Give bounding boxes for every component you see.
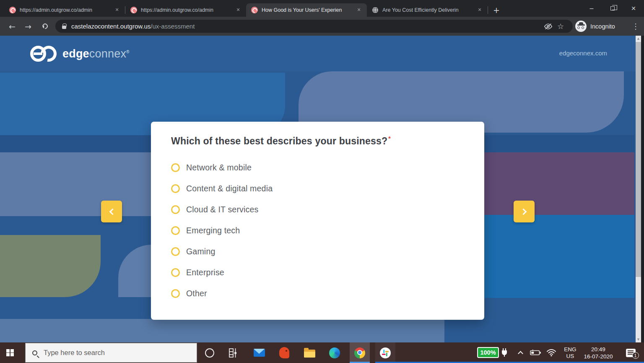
window-edge (641, 36, 644, 342)
option-cloud-it-services[interactable]: Cloud & IT services (171, 199, 273, 220)
search-input[interactable] (43, 348, 181, 357)
notification-center-button[interactable]: 1 (621, 342, 640, 363)
tab-cost-efficiency[interactable]: Are You Cost Efficiently Deliverin × (367, 3, 488, 17)
notification-icon: 1 (626, 349, 636, 357)
chevron-left-icon (109, 208, 116, 215)
notification-count-badge: 1 (632, 352, 639, 359)
incognito-label: Incognito (590, 23, 615, 30)
radio-icon[interactable] (171, 268, 180, 277)
outgrow-favicon-icon (130, 7, 137, 13)
brand-text: edgeconnex® (62, 47, 130, 60)
tray-expand-button[interactable] (514, 342, 527, 363)
next-button[interactable] (514, 201, 535, 222)
battery-icon (530, 350, 541, 356)
restore-icon (610, 6, 615, 10)
radio-icon[interactable] (171, 205, 180, 214)
task-view-icon (229, 347, 238, 358)
start-button[interactable] (0, 342, 20, 363)
reload-icon (41, 22, 49, 30)
option-other[interactable]: Other (171, 283, 273, 304)
plug-icon (501, 348, 507, 358)
red-mascot-app-button[interactable] (274, 342, 294, 363)
tab-separator (488, 6, 488, 14)
minimize-button[interactable]: – (581, 0, 602, 17)
mail-icon (254, 349, 265, 357)
scroll-up-arrow[interactable]: ▲ (636, 36, 641, 42)
site-link[interactable]: edgeconnex.com (559, 50, 607, 57)
mail-app-button[interactable] (249, 342, 269, 363)
window-controls: – × (581, 0, 644, 17)
browser-menu-button[interactable]: ⋮ (627, 17, 644, 36)
outgrow-favicon-icon (251, 7, 258, 13)
eye-hidden-button[interactable] (542, 20, 554, 33)
bg-shape-purple-band (461, 152, 634, 215)
site-header: edgeconnex® edgeconnex.com (0, 36, 644, 71)
tab-close-icon[interactable]: × (113, 6, 121, 14)
option-emerging-tech[interactable]: Emerging tech (171, 220, 273, 241)
required-asterisk: * (388, 135, 391, 142)
scrollbar-thumb[interactable] (636, 42, 641, 277)
tab-close-icon[interactable]: × (355, 6, 363, 14)
wifi-icon (546, 349, 556, 357)
tab-admin-outgrow-1[interactable]: https://admin.outgrow.co/admin × (4, 3, 125, 17)
tab-admin-outgrow-2[interactable]: https://admin.outgrow.co/admin × (125, 3, 246, 17)
tab-title: https://admin.outgrow.co/admin (20, 7, 113, 13)
chrome-icon (354, 347, 365, 358)
survey-card: Which of these best describes your busin… (151, 122, 484, 320)
forward-button[interactable]: → (21, 17, 35, 36)
search-icon (32, 350, 37, 355)
tab-ux-assessment-active[interactable]: How Good is Your Users' Experien × (246, 3, 367, 17)
radio-icon[interactable] (171, 289, 180, 298)
url-text: castelazocontent.outgrow.us/ux-assessmen… (71, 23, 542, 30)
power-plug-indicator (500, 342, 509, 363)
option-content-digital-media[interactable]: Content & digital media (171, 178, 273, 199)
folder-icon (304, 350, 315, 358)
prev-button[interactable] (101, 201, 122, 222)
option-enterprise[interactable]: Enterprise (171, 262, 273, 283)
globe-favicon-icon (372, 7, 379, 13)
radio-icon[interactable] (171, 163, 180, 172)
wifi-status-button[interactable] (544, 342, 558, 363)
chrome-browser-button[interactable] (350, 342, 370, 363)
lock-icon[interactable] (62, 26, 66, 29)
url-path: /ux-assessment (151, 23, 195, 30)
clock[interactable]: 20:49 16-07-2020 (580, 342, 616, 363)
bookmark-star-icon[interactable]: ☆ (554, 20, 567, 33)
radio-icon[interactable] (171, 226, 180, 235)
cortana-icon (205, 348, 214, 358)
incognito-icon (575, 21, 587, 32)
tab-title: Are You Cost Efficiently Deliverin (382, 7, 476, 13)
new-tab-button[interactable]: + (491, 4, 502, 16)
cortana-button[interactable] (200, 342, 220, 363)
tab-strip: https://admin.outgrow.co/admin × https:/… (4, 3, 502, 17)
tab-close-icon[interactable]: × (234, 6, 242, 14)
eye-slash-icon (544, 23, 553, 30)
back-button[interactable]: ← (5, 17, 19, 36)
language-indicator[interactable]: ENG US (562, 342, 579, 363)
radio-icon[interactable] (171, 184, 180, 193)
bg-shape-green (0, 235, 101, 297)
page-scrollbar[interactable]: ▲ ▼ (636, 36, 641, 342)
slack-app-button[interactable] (375, 342, 395, 363)
restore-button[interactable] (602, 0, 623, 17)
task-view-button[interactable] (223, 342, 243, 363)
tab-title: https://admin.outgrow.co/admin (141, 7, 234, 13)
edge-browser-button[interactable] (325, 342, 345, 363)
reload-button[interactable] (38, 17, 52, 36)
bg-shape-bright-blue (461, 215, 634, 298)
battery-status-button[interactable] (527, 342, 543, 363)
radio-icon[interactable] (171, 247, 180, 256)
incognito-badge: Incognito (575, 17, 615, 36)
close-button[interactable]: × (623, 0, 644, 17)
option-network-mobile[interactable]: Network & mobile (171, 157, 273, 178)
option-gaming[interactable]: Gaming (171, 241, 273, 262)
scroll-down-arrow[interactable]: ▼ (636, 337, 641, 342)
edgeconnex-logo: edgeconnex® (30, 44, 130, 63)
file-explorer-button[interactable] (299, 342, 319, 363)
bg-shape-left-slate-band (0, 152, 151, 216)
tab-close-icon[interactable]: × (476, 6, 483, 14)
taskbar-search[interactable] (25, 343, 197, 363)
date-text: 16-07-2020 (584, 353, 613, 360)
tab-title: How Good is Your Users' Experien (262, 7, 355, 13)
address-bar[interactable]: castelazocontent.outgrow.us/ux-assessmen… (55, 20, 573, 33)
